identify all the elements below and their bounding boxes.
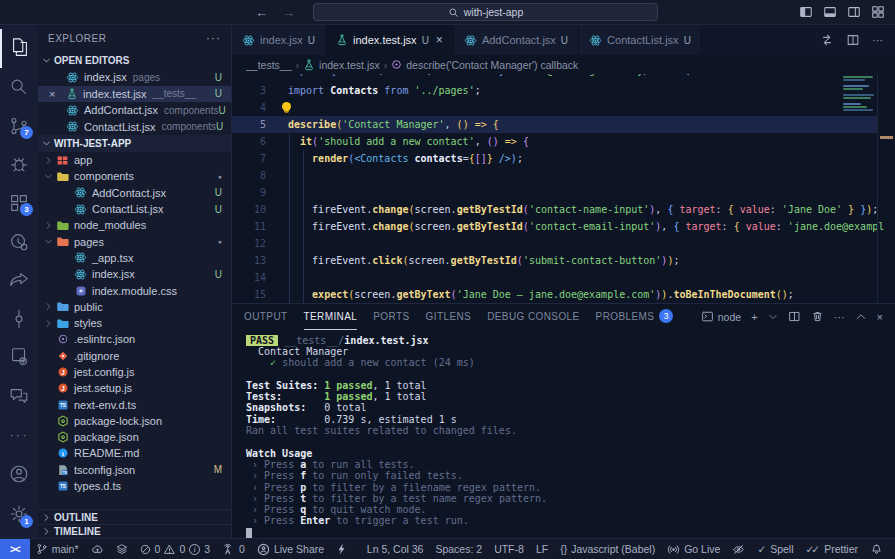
tab-index.test.jsx[interactable]: index.test.jsxU×	[326, 25, 454, 55]
timeline-section[interactable]: TIMELINE	[38, 524, 231, 538]
tree-item-pages[interactable]: pages●	[38, 233, 231, 249]
activity-explorer[interactable]	[0, 29, 38, 68]
tree-item-package.json[interactable]: package.json	[38, 429, 231, 445]
tree-item-_app.tsx[interactable]: _app.tsx	[38, 250, 231, 266]
tree-item-next-env.d.ts[interactable]: TSnext-env.d.ts	[38, 396, 231, 412]
lightbulb-icon[interactable]	[282, 102, 291, 111]
forward-arrow-icon[interactable]: →	[282, 5, 295, 20]
more-icon[interactable]: ···	[872, 34, 883, 46]
activity-search[interactable]	[0, 68, 38, 107]
workspace-folder-header[interactable]: WITH-JEST-APP	[38, 135, 231, 152]
status-problems[interactable]: 00i3	[134, 539, 217, 559]
breadcrumb-item[interactable]: __tests__	[246, 59, 292, 71]
outline-section[interactable]: OUTLINE	[38, 510, 231, 524]
status-indentation[interactable]: Spaces: 2	[429, 539, 488, 559]
tree-item-tsconfig.json[interactable]: TStsconfig.jsonM	[38, 462, 231, 478]
panel-tab-gitlens[interactable]: GITLENS	[426, 304, 472, 330]
shell-picker-icon[interactable]	[768, 312, 778, 322]
tree-item-.gitignore[interactable]: .gitignore	[38, 348, 231, 364]
tree-item-jest.setup.js[interactable]: Jjest.setup.js	[38, 380, 231, 396]
panel-tab-problems[interactable]: PROBLEMS3	[596, 304, 674, 330]
split-terminal-icon[interactable]	[788, 310, 801, 323]
activity-settings[interactable]: 1	[0, 494, 38, 534]
tree-item-package-lock.json[interactable]: package-lock.json	[38, 413, 231, 429]
panel-tab-terminal[interactable]: TERMINAL	[304, 304, 358, 330]
close-panel-icon[interactable]: ×	[877, 311, 883, 323]
activity-source-control[interactable]: 7	[0, 106, 38, 145]
status-publish[interactable]	[85, 539, 110, 559]
tab-AddContact.jsx[interactable]: AddContact.jsxU	[454, 25, 579, 55]
maximize-panel-icon[interactable]	[855, 311, 867, 323]
status-language[interactable]: {}Javascript (Babel)	[554, 539, 661, 559]
status-live-share[interactable]: Live Share	[251, 539, 330, 559]
status-exclude[interactable]	[726, 539, 751, 559]
activity-share[interactable]	[0, 261, 38, 300]
status-prettier[interactable]: ✓✓Prettier	[800, 539, 864, 559]
activity-extensions[interactable]: 3	[0, 184, 38, 223]
status-bolt[interactable]	[330, 539, 353, 559]
breadcrumb-item[interactable]: index.test.jsx	[303, 59, 380, 71]
activity-remote-runner[interactable]	[0, 338, 38, 377]
back-arrow-icon[interactable]: ←	[255, 5, 268, 20]
new-terminal-icon[interactable]: +	[751, 311, 757, 323]
shell-picker[interactable]: node	[701, 310, 741, 323]
terminal-output[interactable]: PASS __tests__/index.test.jsx Contact Ma…	[232, 330, 895, 538]
status-spell[interactable]: ✓Spell	[751, 539, 799, 559]
tree-item-public[interactable]: public	[38, 299, 231, 315]
activity-more[interactable]: ···	[0, 415, 38, 454]
tree-item-types.d.ts[interactable]: TStypes.d.ts	[38, 478, 231, 494]
code-editor[interactable]: 2import { render, screen, fireEvent } fr…	[232, 74, 895, 303]
tree-item-ContactList.jsx[interactable]: ContactList.jsxU	[38, 201, 231, 217]
more-icon[interactable]: ···	[834, 311, 845, 323]
status-branch[interactable]: main*	[30, 539, 85, 559]
status-go-live[interactable]: Go Live	[661, 539, 726, 559]
layout-panel-icon[interactable]	[823, 5, 837, 19]
status-eol[interactable]: LF	[530, 539, 554, 559]
tree-item-.eslintrc.json[interactable]: .eslintrc.json	[38, 331, 231, 347]
tree-item-index.jsx[interactable]: index.jsxU	[38, 266, 231, 282]
layout-sidebar-left-icon[interactable]	[799, 5, 813, 19]
status-ports[interactable]: 0	[216, 539, 251, 559]
activity-commit-graph[interactable]	[0, 299, 38, 338]
status-cursor-position[interactable]: Ln 5, Col 36	[361, 539, 430, 559]
tree-item-app[interactable]: app	[38, 152, 231, 168]
open-editor-index.jsx[interactable]: index.jsxpagesU	[38, 69, 231, 86]
explorer-more-actions-icon[interactable]: ···	[206, 31, 221, 45]
panel-tab-output[interactable]: OUTPUT	[244, 304, 288, 330]
open-editor-AddContact.jsx[interactable]: AddContact.jsxcomponentsU	[38, 102, 231, 119]
tree-item-jest.config.js[interactable]: Jjest.config.js	[38, 364, 231, 380]
layout-sidebar-right-icon[interactable]	[847, 5, 861, 19]
open-editor-index.test.jsx[interactable]: ×index.test.jsx__tests__U	[38, 86, 231, 103]
close-icon[interactable]: ×	[436, 33, 443, 47]
activity-live-share[interactable]	[0, 222, 38, 261]
activity-run-debug[interactable]	[0, 145, 38, 184]
close-icon[interactable]: ×	[49, 88, 55, 100]
open-editor-ContactList.jsx[interactable]: ContactList.jsxcomponentsU	[38, 119, 231, 136]
panel-tab-debug-console[interactable]: DEBUG CONSOLE	[487, 304, 579, 330]
open-editors-section[interactable]: OPEN EDITORS	[38, 51, 231, 69]
tree-item-AddContact.jsx[interactable]: AddContact.jsxU	[38, 185, 231, 201]
tree-item-node_modules[interactable]: node_modules	[38, 217, 231, 233]
remote-indicator[interactable]: ><	[0, 539, 30, 559]
status-notifications[interactable]	[864, 539, 889, 559]
tree-item-components[interactable]: components●	[38, 168, 231, 184]
tab-ContactList.jsx[interactable]: ContactList.jsxU	[579, 25, 702, 55]
editor-scrollbar[interactable]	[877, 74, 895, 303]
compare-icon[interactable]	[820, 33, 834, 47]
split-editor-icon[interactable]	[846, 33, 860, 47]
tab-index.jsx[interactable]: index.jsxU	[232, 25, 326, 55]
layout-customize-icon[interactable]	[871, 5, 885, 19]
command-center-search[interactable]: with-jest-app	[313, 3, 658, 21]
breadcrumb-item[interactable]: describe('Contact Manager') callback	[391, 59, 578, 71]
tree-item-index.module.css[interactable]: #index.module.css	[38, 282, 231, 298]
activity-account[interactable]	[0, 454, 38, 494]
minimap[interactable]	[843, 76, 875, 112]
tab-bar: index.jsxUindex.test.jsxU×AddContact.jsx…	[232, 25, 895, 55]
kill-terminal-icon[interactable]	[811, 310, 824, 323]
tree-item-README.md[interactable]: iREADME.md	[38, 445, 231, 461]
status-encoding[interactable]: UTF-8	[488, 539, 530, 559]
tree-item-styles[interactable]: styles	[38, 315, 231, 331]
panel-tab-ports[interactable]: PORTS	[373, 304, 409, 330]
status-gitlens[interactable]	[110, 539, 134, 559]
activity-comments[interactable]	[0, 377, 38, 416]
